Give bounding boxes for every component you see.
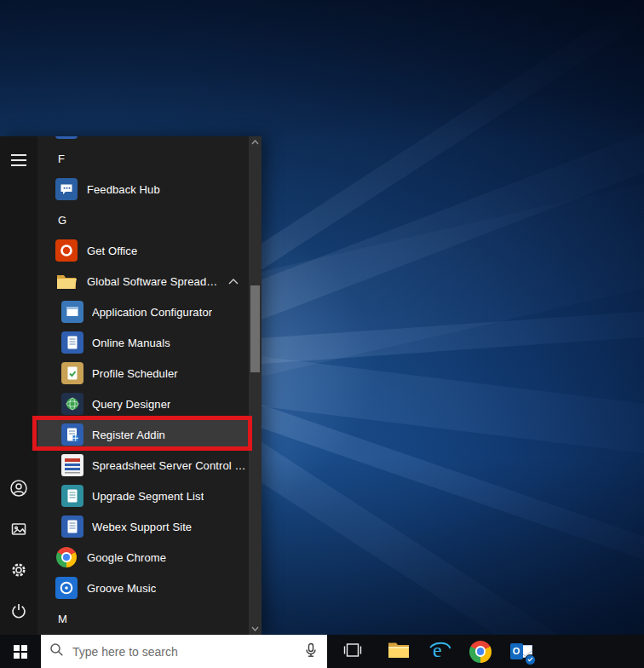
app-list-item-application-configurator[interactable]: Application Configurator	[37, 297, 249, 327]
online-manuals-icon	[61, 331, 83, 354]
internet-explorer-icon: e	[428, 638, 451, 665]
app-list-item-groove-music[interactable]: Groove Music	[37, 573, 249, 603]
start-menu-app-list: F Feedback Hub G Get Office	[37, 136, 249, 635]
app-label: Webex Support Site	[92, 521, 192, 533]
app-list-item-get-office[interactable]: Get Office	[37, 235, 249, 266]
app-label: Feedback Hub	[87, 183, 160, 196]
microphone-icon[interactable]	[303, 642, 319, 661]
screen: F Feedback Hub G Get Office	[0, 0, 644, 668]
query-designer-icon	[61, 393, 83, 415]
chrome-icon	[469, 641, 492, 663]
file-explorer-taskbar-button[interactable]	[378, 635, 419, 668]
register-addin-icon	[61, 423, 83, 446]
section-letter: F	[58, 153, 65, 165]
app-label: Profile Scheduler	[92, 367, 178, 380]
expand-menu-button[interactable]	[0, 142, 37, 180]
outlook-icon: O	[510, 641, 533, 663]
feedback-hub-icon	[55, 177, 78, 201]
hamburger-icon	[10, 151, 27, 171]
section-letter: G	[58, 214, 66, 227]
app-list-item-spreadsheet-server-control-panel[interactable]: Spreadsheet Server Control Panel	[37, 450, 249, 481]
scrollbar-thumb[interactable]	[250, 285, 260, 372]
file-explorer-icon	[388, 641, 410, 662]
app-list-item-query-designer[interactable]: Query Designer	[37, 389, 249, 419]
folder-icon	[55, 269, 78, 293]
start-button[interactable]	[0, 635, 41, 668]
start-windows-icon	[14, 645, 27, 659]
task-view-icon	[343, 643, 362, 660]
section-header-F[interactable]: F	[37, 143, 249, 174]
app-list-item-gss-folder[interactable]: Global Software Spreadsheet...	[37, 266, 249, 297]
app-list-item-register-addin[interactable]: Register Addin	[37, 419, 249, 450]
app-label: Groove Music	[87, 582, 156, 595]
internet-explorer-taskbar-button[interactable]: e	[419, 635, 460, 668]
taskbar-search-box[interactable]	[41, 635, 327, 668]
app-list-item-webex-support-site[interactable]: Webex Support Site	[37, 511, 249, 542]
app-list-item-google-chrome[interactable]: Google Chrome	[37, 542, 249, 573]
app-label: Get Office	[87, 245, 137, 257]
app-list-item-upgrade-segment-list[interactable]: Upgrade Segment List	[37, 481, 249, 511]
scrollbar-up-arrow[interactable]	[249, 136, 262, 148]
app-label: Query Designer	[92, 398, 170, 411]
taskbar: e O	[0, 635, 644, 668]
webex-support-icon	[61, 515, 83, 538]
start-menu-rail	[0, 136, 37, 635]
pictures-icon	[10, 521, 27, 541]
user-account-button[interactable]	[0, 471, 37, 509]
scrollbar-down-arrow[interactable]	[249, 623, 262, 635]
app-list-item-partial[interactable]	[37, 136, 249, 143]
groove-music-icon	[55, 576, 78, 600]
power-button[interactable]	[0, 594, 37, 631]
folder-label: Global Software Spreadsheet...	[87, 275, 220, 288]
upgrade-segment-list-icon	[61, 485, 83, 507]
settings-button[interactable]	[0, 553, 37, 590]
app-label: Upgrade Segment List	[92, 490, 204, 503]
app-label: Application Configurator	[92, 306, 212, 319]
profile-scheduler-icon	[61, 362, 83, 384]
app-label: Online Manuals	[92, 337, 170, 349]
app-list-item-online-manuals[interactable]: Online Manuals	[37, 327, 249, 358]
app-list-item-profile-scheduler[interactable]: Profile Scheduler	[37, 358, 249, 389]
section-header-G[interactable]: G	[37, 204, 249, 235]
search-icon	[49, 642, 64, 660]
partial-app-icon	[55, 136, 78, 140]
search-input[interactable]	[71, 644, 296, 659]
start-menu: F Feedback Hub G Get Office	[0, 136, 262, 635]
spreadsheet-server-icon	[61, 454, 83, 476]
chrome-icon	[55, 545, 78, 569]
pictures-button[interactable]	[0, 512, 37, 550]
chevron-up-icon[interactable]	[228, 279, 239, 285]
section-letter: M	[58, 613, 67, 625]
app-label: Spreadsheet Server Control Panel	[92, 459, 249, 472]
settings-gear-icon	[10, 561, 27, 582]
user-icon	[9, 479, 28, 501]
task-view-button[interactable]	[327, 635, 378, 668]
outlook-taskbar-button[interactable]: O	[501, 635, 542, 668]
app-list-item-feedback-hub[interactable]: Feedback Hub	[37, 174, 249, 204]
start-menu-scrollbar[interactable]	[249, 136, 262, 635]
get-office-icon	[55, 239, 78, 262]
app-label: Google Chrome	[87, 551, 166, 564]
chrome-taskbar-button[interactable]	[460, 635, 501, 668]
power-icon	[10, 602, 27, 623]
application-configurator-icon	[61, 301, 83, 323]
outlook-badge-icon	[525, 654, 536, 665]
app-label: Register Addin	[92, 429, 165, 441]
section-header-M[interactable]: M	[37, 603, 249, 634]
